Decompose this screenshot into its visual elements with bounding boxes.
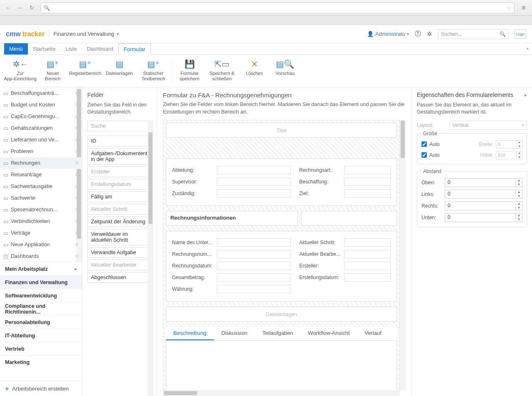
help-button[interactable]: Ⓣ [415,30,421,38]
gear-icon[interactable]: ✲ [75,207,79,213]
ribbon-attachments[interactable]: ▤Dateianlagen [102,57,136,76]
form-field-row[interactable]: Beschaffung: [299,176,391,187]
spin-up-icon[interactable]: ▲ [516,202,522,206]
bookmark-star-icon[interactable]: ☆ [506,5,512,11]
browser-reload-button[interactable]: ↻ [27,3,37,13]
sidebar-app-item[interactable]: ▭Probieren✲ [0,146,82,157]
form-field-row[interactable]: Abteilung: [172,165,291,176]
draggable-field[interactable]: Aufgaben-/Dokumententyp in der App [87,148,153,165]
field-input[interactable] [217,238,291,247]
form-field-row[interactable]: Ersteller: [299,260,391,271]
sidebar-app-item[interactable]: ▭Sachwertausgabe✲ [0,181,82,192]
sidebar-app-item[interactable]: ▭CapEx-Genehmigu...✲ [0,111,82,122]
browser-forward-button[interactable]: → [15,3,25,13]
spin-up-icon[interactable]: ▲ [516,178,522,183]
ribbon-to-app-setup[interactable]: ✲←Zur App-Einrichtung [3,57,37,82]
sidebar-workspace-group[interactable]: Personalabteilung [0,315,82,329]
form-field-row[interactable]: Rechnungsart: [299,165,391,176]
spin-up-icon[interactable]: ▲ [516,190,522,194]
spin-up-icon[interactable]: ▲ [517,140,522,144]
draggable-field[interactable]: Aktueller Schritt [87,204,153,215]
margin-input[interactable]: 0▲▼ [445,178,522,187]
sidebar-app-item[interactable]: ▭Neue Applikation✲ [0,239,82,250]
inner-tab[interactable]: Beschreibung [166,327,214,340]
sidebar-app-item[interactable]: ▭Sachwerte✲ [0,192,82,204]
ribbon-save-form[interactable]: 💾Formular speichern [174,57,205,82]
gear-icon[interactable]: ✲ [75,196,79,201]
spin-down-icon[interactable]: ▼ [517,144,522,148]
auto-width-checkbox[interactable] [421,141,427,147]
inner-tab[interactable]: Diskussion [214,327,255,340]
form-field-row[interactable]: Erstellungsdatum: [299,272,391,283]
gear-icon[interactable]: ✲ [75,184,79,189]
form-field-row[interactable]: Rechnungsnum... [172,249,291,260]
form-field-row[interactable]: Gesamtbetrag: [172,272,291,283]
empty-section[interactable] [301,211,397,226]
draggable-field[interactable]: Ersteller [87,166,153,177]
spin-down-icon[interactable]: ▼ [516,218,522,222]
section-title[interactable]: Rechnungsinformationen [166,211,298,226]
attachments-section-placeholder[interactable]: Dateianlagen [166,307,397,322]
field-input[interactable] [217,285,291,293]
sidebar-app-item[interactable]: ▭Gehaltszahlungen✲ [0,122,82,134]
sidebar-app-item[interactable]: ▭Lieferanten und Ve...✲ [0,134,82,146]
sidebar-app-item[interactable]: ▭Rechnungen✲ [0,157,82,169]
spin-down-icon[interactable]: ▼ [516,194,522,198]
form-field-row[interactable]: Supervisor: [172,176,291,187]
draggable-field[interactable]: Verweildauer im aktuellen Schritt [87,229,153,245]
create-workspace-button[interactable]: + Arbeitsbereich erstellen [0,381,82,396]
field-input[interactable] [344,250,391,258]
form-section[interactable]: Abteilung:Supervisor:Zuständig: Rechnung… [166,158,397,206]
gear-icon[interactable]: ✲ [75,172,79,178]
form-field-row[interactable]: Rechnungsdatum: [172,260,291,271]
sidebar-app-item[interactable]: ▭Verträge✲ [0,227,82,239]
title-section-placeholder[interactable]: Titel [166,123,397,138]
canvas-vertical-scrollbar[interactable] [400,120,406,390]
gear-icon[interactable]: ✲ [75,91,79,96]
field-input[interactable] [344,238,391,247]
sidebar-app-item[interactable]: ▭Verbindlichkeiten✲ [0,215,82,227]
gear-icon[interactable]: ✲ [75,126,79,131]
tab-menu[interactable]: Menü [4,43,28,54]
gear-icon[interactable]: ✲ [75,114,79,119]
height-input[interactable]: 818▲▼ [496,151,522,159]
collapse-ribbon-icon[interactable]: ▴ [527,46,529,50]
ribbon-static-text[interactable]: ▤⁺Statischer Textbereich [136,57,170,82]
field-input[interactable] [344,166,391,174]
sidebar-app-item[interactable]: ◫Dashboards✲ [0,250,82,262]
draggable-field[interactable]: Verwandte Aufgabe [87,247,153,258]
fields-search-input[interactable]: Suche [87,121,153,131]
draggable-field[interactable]: Abgeschlossen [87,272,153,283]
sidebar-app-item[interactable]: ▭Budget und Kosten✲ [0,99,82,111]
field-input[interactable] [344,189,391,198]
inner-tab[interactable]: Teilaufgaben [255,327,300,340]
margin-input[interactable]: 0▲▼ [445,213,522,222]
layout-select[interactable]: Vertikal▾ [449,121,527,130]
tab-dashboard[interactable]: Dashboard [82,43,118,54]
spin-up-icon[interactable]: ▲ [516,213,522,218]
tab-liste[interactable]: Liste [60,43,81,54]
sidebar-workspace-group[interactable]: IT-Abteilung [0,329,82,342]
form-section[interactable]: Name des Unter...Rechnungsnum...Rechnung… [166,231,397,302]
margin-input[interactable]: 0▲▼ [445,201,522,210]
gear-icon[interactable]: ✲ [75,230,79,236]
gear-icon[interactable]: ✲ [75,242,79,248]
sidebar-workspace-group[interactable]: Compliance und Richtlinienin... [0,302,82,315]
sidebar-workspace-group[interactable]: Marketing [0,355,82,369]
fields-scrollbar[interactable] [148,121,153,396]
user-menu[interactable]: 👤 Administrato ▾ [367,31,409,37]
spin-down-icon[interactable]: ▼ [516,206,522,210]
breadcrumb[interactable]: Finanzen und Verwaltung ▾ [53,31,119,37]
browser-back-button[interactable]: ← [3,3,13,13]
global-search-input[interactable]: Suchen... 🔍 [438,29,509,39]
width-input[interactable]: 0▲▼ [496,140,522,148]
sidebar-workspace-group[interactable]: Vertrieb [0,342,82,355]
browser-menu-button[interactable]: ≡ [519,4,529,12]
sidebar-app-item[interactable]: ▭Spesenabrechnun...✲ [0,204,82,215]
draggable-field[interactable]: Erstellungsdatum [87,179,153,190]
field-input[interactable] [217,178,291,186]
sidebar-app-item[interactable]: ▭Reiseanträge✲ [0,169,82,181]
form-field-row[interactable]: Währung: [172,284,291,295]
form-field-row[interactable]: Aktueller Bearbe... [299,249,391,260]
form-field-row[interactable]: Ziel: [299,188,391,199]
